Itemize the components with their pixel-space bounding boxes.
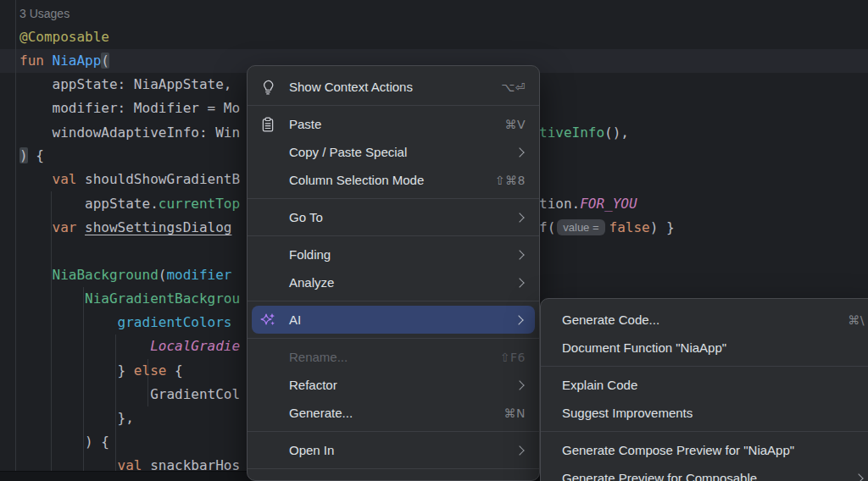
code-token: (), — [604, 124, 629, 141]
code-token: 3 Usages — [19, 7, 70, 20]
code-token: NiaBackground — [53, 267, 159, 283]
menu-item-shortcut: ⇧⌘8 — [478, 174, 526, 187]
menu-item-label: Generate... — [289, 406, 353, 420]
menu-item-generate-code[interactable]: Generate Code...⌘\ — [541, 306, 868, 334]
chevron-right-icon — [515, 250, 524, 259]
code-token — [19, 338, 150, 354]
menu-item-generate-compose-preview[interactable]: Generate Compose Preview for "NiaApp" — [541, 436, 868, 464]
usages-hint[interactable]: 3 Usages — [19, 3, 70, 24]
code-token: modifier — [166, 267, 231, 283]
code-token: ( — [159, 267, 167, 283]
code-line[interactable]: NiaGradientBackgrou — [19, 287, 240, 311]
code-token: val — [53, 171, 86, 187]
code-token — [19, 290, 85, 307]
clipboard-icon — [259, 116, 276, 133]
menu-separator — [248, 198, 539, 199]
code-line[interactable]: windowAdaptiveInfo: Win — [19, 121, 240, 145]
menu-item-shortcut: ⌥⏎ — [484, 80, 526, 94]
menu-item-label: Copy / Paste Special — [289, 145, 407, 159]
menu-item-explain-code[interactable]: Explain Code — [541, 371, 868, 399]
code-token: { — [166, 362, 182, 379]
menu-item-rename[interactable]: Rename...⇧F6 — [248, 343, 539, 371]
code-line[interactable]: } else { — [19, 359, 183, 383]
menu-separator — [248, 105, 539, 106]
code-line[interactable]: GradientCol — [19, 383, 240, 406]
code-line-fragment[interactable]: f(value =false) } — [539, 216, 675, 240]
menu-item-label: Rename... — [289, 350, 348, 364]
chevron-right-icon — [515, 213, 524, 222]
menu-item-column-selection-mode[interactable]: Column Selection Mode⇧⌘8 — [248, 166, 539, 194]
menu-separator — [541, 431, 868, 432]
code-line[interactable]: appState.currentTop — [19, 192, 240, 216]
code-line[interactable]: var showSettingsDialog — [19, 216, 231, 240]
code-line[interactable]: gradientColors — [19, 311, 231, 334]
code-token: tion. — [539, 196, 580, 212]
code-line[interactable]: fun NiaApp( — [19, 49, 109, 73]
code-line[interactable]: NiaBackground(modifier — [19, 263, 231, 287]
code-token: FOR_YOU — [580, 196, 637, 212]
code-line[interactable]: }, — [19, 406, 134, 430]
code-token: false — [609, 219, 650, 235]
parameter-hint-inlay: value = — [557, 219, 604, 235]
code-line-fragment[interactable]: tion.FOR_YOU — [539, 192, 637, 216]
menu-item-label: Open In — [289, 443, 334, 457]
code-token: NiaGradientBackgrou — [85, 290, 240, 307]
menu-item-folding[interactable]: Folding — [248, 240, 539, 268]
menu-item-generate[interactable]: Generate...⌘N — [248, 399, 539, 427]
menu-item-document-function[interactable]: Document Function "NiaApp" — [541, 334, 868, 362]
menu-separator — [248, 301, 539, 301]
code-line[interactable]: ) { — [19, 144, 44, 168]
kotlin-code-editor[interactable]: 3 Usages@Composablefun NiaApp( appState:… — [0, 0, 868, 481]
code-token: showSettingsDialog — [85, 219, 231, 235]
menu-item-label: Column Selection Mode — [289, 173, 424, 187]
menu-item-label: Go To — [289, 210, 323, 224]
editor-context-menu: Show Context Actions⌥⏎Paste⌘VCopy / Past… — [247, 65, 540, 481]
code-token — [19, 267, 53, 283]
menu-item-shortcut: ⌘N — [487, 406, 526, 420]
menu-item-label: Explain Code — [562, 378, 637, 392]
menu-item-ai[interactable]: AI — [252, 306, 535, 334]
menu-item-shortcut: ⇧F6 — [483, 351, 526, 364]
menu-item-label: Suggest Improvements — [562, 406, 693, 420]
code-token: ) — [19, 147, 28, 163]
menu-item-paste[interactable]: Paste⌘V — [248, 110, 539, 138]
code-token: ) { — [19, 434, 109, 450]
code-token: shouldShowGradientB — [85, 171, 240, 187]
menu-item-shortcut: ⌘V — [487, 118, 526, 131]
code-token: ) } — [650, 219, 675, 235]
menu-item-label: AI — [289, 312, 301, 327]
menu-item-suggest-improvements[interactable]: Suggest Improvements — [541, 399, 868, 427]
code-token: var — [53, 219, 86, 235]
code-line[interactable]: modifier: Modifier = Mo — [19, 97, 240, 120]
menu-item-generate-preview-composable[interactable]: Generate Preview for Composable — [541, 464, 868, 481]
menu-item-label: Paste — [289, 117, 321, 131]
code-token: { — [28, 147, 44, 163]
code-line[interactable]: LocalGradie — [19, 334, 240, 358]
code-token: GradientCol — [19, 386, 240, 402]
code-line[interactable]: appState: NiaAppState, — [19, 73, 231, 97]
menu-item-copy-paste-special[interactable]: Copy / Paste Special — [248, 138, 539, 166]
menu-item-label: Generate Code... — [562, 312, 659, 327]
code-line-fragment[interactable]: tiveInfo(), — [539, 121, 629, 145]
code-line[interactable]: ) { — [19, 430, 109, 454]
code-line[interactable]: val shouldShowGradientB — [19, 168, 240, 191]
code-token — [19, 314, 118, 330]
code-token: fun — [19, 53, 53, 69]
code-token: } — [19, 362, 134, 379]
ai-sparkle-icon — [259, 312, 276, 329]
menu-item-open-in[interactable]: Open In — [248, 436, 539, 464]
code-token: appState: NiaAppState, — [19, 76, 231, 92]
chevron-right-icon — [854, 473, 863, 481]
menu-item-show-context-actions[interactable]: Show Context Actions⌥⏎ — [248, 73, 539, 101]
code-token: windowAdaptiveInfo: Win — [19, 124, 240, 141]
menu-item-label: Analyze — [289, 275, 334, 290]
code-token: gradientColors — [118, 314, 232, 330]
menu-item-go-to[interactable]: Go To — [248, 203, 539, 231]
code-token: appState. — [19, 196, 159, 212]
menu-item-analyze[interactable]: Analyze — [248, 268, 539, 296]
code-token — [19, 171, 53, 187]
ai-submenu: Generate Code...⌘\Document Function "Nia… — [540, 298, 868, 481]
menu-item-refactor[interactable]: Refactor — [248, 371, 539, 399]
menu-item-label: Refactor — [289, 378, 337, 392]
code-line[interactable]: @Composable — [19, 25, 109, 49]
